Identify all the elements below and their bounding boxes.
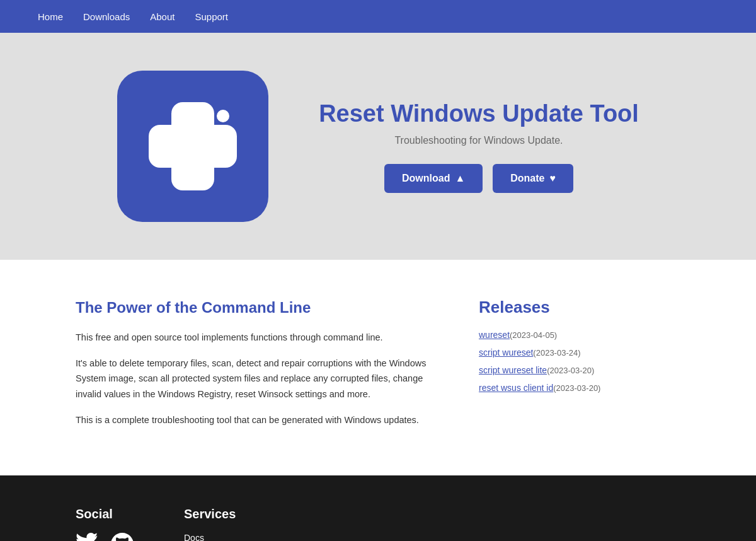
hero-buttons: Download ▲ Donate ♥ xyxy=(384,164,573,193)
hero-section: Reset Windows Update Tool Troubleshootin… xyxy=(0,33,756,260)
social-icons xyxy=(76,533,134,541)
release-item[interactable]: script wureset lite(2023-03-20) xyxy=(479,365,680,375)
footer-content: Social Services DocsStatusIssue Tracker xyxy=(76,507,680,541)
releases-list: wureset(2023-04-05)script wureset(2023-0… xyxy=(479,330,680,393)
footer: Social Services DocsStatusIssue Tracker xyxy=(0,475,756,541)
footer-service-link[interactable]: Docs xyxy=(184,533,237,541)
features-para-3: This is a complete troubleshooting tool … xyxy=(76,412,428,428)
download-button[interactable]: Download ▲ xyxy=(384,164,483,193)
footer-social: Social xyxy=(76,507,134,541)
footer-services: Services DocsStatusIssue Tracker xyxy=(184,507,237,541)
svg-rect-1 xyxy=(149,125,237,168)
nav-home[interactable]: Home xyxy=(38,11,63,22)
hero-title: Reset Windows Update Tool xyxy=(319,100,639,127)
donate-button[interactable]: Donate ♥ xyxy=(493,164,573,193)
cloud-upload-icon: ▲ xyxy=(455,173,465,184)
nav-about[interactable]: About xyxy=(150,11,175,22)
release-item[interactable]: script wureset(2023-03-24) xyxy=(479,347,680,358)
app-logo xyxy=(117,71,268,222)
nav-downloads[interactable]: Downloads xyxy=(83,11,130,22)
github-icon[interactable] xyxy=(111,533,134,541)
social-title: Social xyxy=(76,507,134,521)
heart-icon: ♥ xyxy=(550,173,556,184)
features-para-1: This free and open source tool implement… xyxy=(76,330,428,346)
hero-text: Reset Windows Update Tool Troubleshootin… xyxy=(319,100,639,193)
releases-section: Releases wureset(2023-04-05)script wures… xyxy=(479,298,680,438)
twitter-icon[interactable] xyxy=(76,533,98,541)
svg-point-2 xyxy=(217,110,229,122)
navbar: Home Downloads About Support xyxy=(0,0,756,33)
release-item[interactable]: wureset(2023-04-05) xyxy=(479,330,680,340)
services-title: Services xyxy=(184,507,237,521)
release-item[interactable]: reset wsus client id(2023-03-20) xyxy=(479,383,680,393)
nav-support[interactable]: Support xyxy=(195,11,228,22)
footer-links: DocsStatusIssue Tracker xyxy=(184,533,237,541)
hero-subtitle: Troubleshooting for Windows Update. xyxy=(394,135,563,146)
main-content: The Power of the Command Line This free … xyxy=(0,260,756,475)
features-para-2: It's able to delete temporary files, sca… xyxy=(76,356,428,402)
releases-title: Releases xyxy=(479,298,680,317)
features-section: The Power of the Command Line This free … xyxy=(76,298,428,438)
features-title: The Power of the Command Line xyxy=(76,298,428,317)
